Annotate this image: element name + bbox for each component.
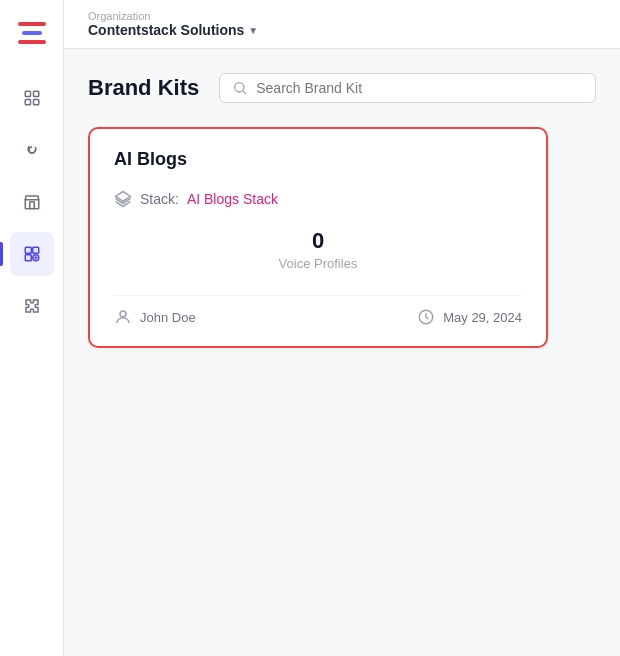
sidebar-item-grid[interactable]	[10, 76, 54, 120]
footer-date: May 29, 2024	[417, 308, 522, 326]
card-stats: 0 Voice Profiles	[114, 228, 522, 271]
stack-value: AI Blogs Stack	[187, 191, 278, 207]
date-text: May 29, 2024	[443, 310, 522, 325]
brand-kit-card[interactable]: AI Blogs Stack: AI Blogs Stack 0 Voice P…	[88, 127, 548, 348]
puzzle-icon	[23, 297, 41, 315]
svg-rect-5	[32, 247, 38, 253]
svg-rect-1	[33, 91, 38, 96]
store-icon	[23, 193, 41, 211]
search-icon	[232, 80, 248, 96]
footer-user: John Doe	[114, 308, 196, 326]
svg-point-8	[235, 83, 244, 92]
brand-kits-icon	[23, 245, 41, 263]
svg-rect-0	[25, 91, 30, 96]
sidebar-item-loop[interactable]	[10, 128, 54, 172]
svg-rect-2	[25, 100, 30, 105]
sidebar-item-store[interactable]	[10, 180, 54, 224]
search-wrapper[interactable]	[219, 73, 596, 103]
search-input[interactable]	[256, 80, 583, 96]
org-name-text: Contentstack Solutions	[88, 22, 244, 38]
org-label: Organization	[88, 10, 596, 22]
chevron-down-icon: ▼	[248, 25, 258, 36]
user-name: John Doe	[140, 310, 196, 325]
svg-rect-3	[33, 100, 38, 105]
svg-point-10	[120, 311, 126, 317]
page-content: Brand Kits AI Blogs Stack: AI B	[64, 49, 620, 656]
stack-icon	[114, 190, 132, 208]
org-name-row[interactable]: Contentstack Solutions ▼	[88, 22, 596, 38]
card-title: AI Blogs	[114, 149, 522, 170]
topbar: Organization Contentstack Solutions ▼	[64, 0, 620, 49]
card-stack-row: Stack: AI Blogs Stack	[114, 190, 522, 208]
grid-icon	[23, 89, 41, 107]
sidebar-item-brand-kits[interactable]	[10, 232, 54, 276]
card-footer: John Doe May 29, 2024	[114, 295, 522, 326]
stats-label: Voice Profiles	[114, 256, 522, 271]
header-row: Brand Kits	[88, 73, 596, 103]
logo-icon	[16, 18, 48, 50]
stack-label: Stack:	[140, 191, 179, 207]
stats-number: 0	[114, 228, 522, 254]
sidebar-item-puzzle[interactable]	[10, 284, 54, 328]
clock-icon	[417, 308, 435, 326]
user-icon	[114, 308, 132, 326]
sidebar	[0, 0, 64, 656]
main-content: Organization Contentstack Solutions ▼ Br…	[64, 0, 620, 656]
logo	[14, 16, 50, 52]
loop-icon	[23, 141, 41, 159]
svg-rect-4	[25, 247, 31, 253]
page-title: Brand Kits	[88, 75, 199, 101]
svg-rect-6	[25, 255, 31, 261]
